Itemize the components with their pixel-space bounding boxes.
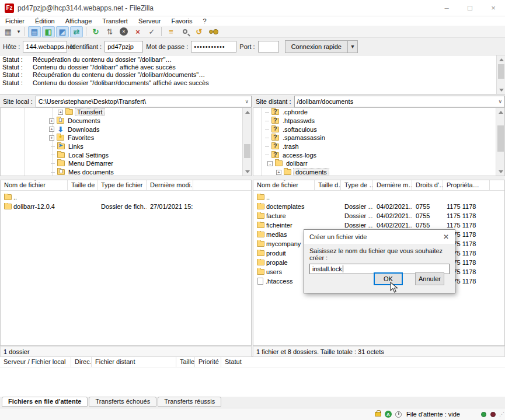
column-header-owner[interactable]: Propriéta…: [443, 180, 490, 190]
remote-tree-scrollbar[interactable]: [496, 108, 504, 176]
column-header-type[interactable]: Type de fichier: [97, 180, 147, 190]
column-header-modified[interactable]: Dernière modi…: [147, 180, 193, 190]
find-files-icon[interactable]: [207, 26, 220, 37]
dialog-close-icon[interactable]: ✕: [437, 230, 455, 244]
tree-item-dolibarr[interactable]: - dolibarr: [253, 159, 504, 168]
column-header-size[interactable]: Taille d…: [315, 180, 341, 190]
chevron-down-icon[interactable]: ∨: [245, 99, 249, 104]
table-row[interactable]: doctemplates Dossier … 04/02/2021… 0755 …: [253, 202, 504, 211]
refresh-icon[interactable]: ↻: [89, 26, 102, 37]
tab-successful-transfers[interactable]: Transferts réussis: [158, 397, 221, 407]
scroll-up-icon[interactable]: [496, 108, 505, 116]
status-bar: A File d'attente : vide ⋰: [0, 408, 505, 420]
folder-icon: [257, 232, 264, 237]
table-row[interactable]: ..: [1, 192, 251, 202]
queue-column-size[interactable]: Taille: [176, 357, 195, 367]
tree-item-documents[interactable]: + documents: [253, 168, 504, 176]
table-row[interactable]: ficheinter Dossier … 04/02/2021… 0755 11…: [253, 220, 504, 230]
site-manager-dropdown-icon[interactable]: ▾: [15, 29, 22, 34]
close-button[interactable]: ×: [482, 0, 505, 16]
tree-item-links[interactable]: ➤ Links: [1, 142, 251, 151]
toggle-queue-icon[interactable]: ⇄: [70, 26, 83, 37]
expand-icon[interactable]: +: [276, 170, 281, 175]
minimize-button[interactable]: –: [435, 0, 458, 16]
queue-column-local-file[interactable]: Serveur / Fichier local: [0, 357, 71, 367]
speed-limits-icon[interactable]: [395, 411, 402, 418]
expand-icon[interactable]: +: [49, 135, 54, 141]
menu-serveur[interactable]: Serveur: [133, 16, 166, 26]
local-path-combo[interactable]: C:\Users\stephane\Desktop\Transfert\ ∨: [36, 96, 252, 107]
menu-edition[interactable]: Édition: [30, 16, 60, 26]
ok-button[interactable]: OK: [374, 272, 403, 285]
scroll-up-icon[interactable]: [243, 108, 252, 116]
table-row[interactable]: facture Dossier … 04/02/2021… 0755 1175 …: [253, 211, 504, 220]
tab-queued-files[interactable]: Fichiers en file d'attente: [2, 397, 88, 407]
toggle-remote-tree-icon[interactable]: ◩: [56, 26, 69, 37]
dialog-title-bar[interactable]: Créer un fichier vide ✕: [304, 230, 455, 244]
tree-item-documents[interactable]: + Documents: [1, 117, 251, 125]
quickconnect-dropdown-icon[interactable]: ▼: [348, 40, 358, 53]
table-row[interactable]: ..: [253, 192, 504, 202]
scroll-down-icon[interactable]: [497, 86, 505, 94]
tree-item-cphorde[interactable]: ? .cphorde: [253, 108, 504, 117]
tree-item-downloads[interactable]: + ⬇ Downloads: [1, 125, 251, 134]
column-header-permissions[interactable]: Droits d'…: [412, 180, 443, 190]
queue-column-priority[interactable]: Priorité: [195, 357, 221, 367]
expand-icon[interactable]: +: [49, 118, 54, 124]
tree-item-access-logs[interactable]: ? access-logs: [253, 150, 504, 159]
scroll-down-icon[interactable]: [496, 167, 505, 176]
expand-icon[interactable]: +: [58, 110, 63, 115]
table-row[interactable]: dolibarr-12.0.4 Dossier de fich… 27/01/2…: [1, 202, 251, 211]
scrollbar-thumb[interactable]: [244, 144, 250, 158]
tree-item-menu-demarrer[interactable]: Menu Démarrer: [1, 159, 251, 168]
queue-column-direction[interactable]: Direc…: [71, 357, 92, 367]
tree-item-spamassassin[interactable]: ? .spamassassin: [253, 134, 504, 142]
cancel-button[interactable]: Annuler: [415, 272, 444, 285]
expand-icon[interactable]: +: [49, 127, 54, 132]
scroll-up-icon[interactable]: [497, 55, 505, 64]
filter-icon[interactable]: ≡: [165, 26, 177, 37]
collapse-icon[interactable]: -: [267, 161, 273, 166]
menu-transfert[interactable]: Transfert: [97, 16, 133, 26]
disconnect-icon[interactable]: ×: [131, 26, 144, 37]
column-header-modified[interactable]: Dernière m…: [373, 180, 412, 190]
scroll-down-icon[interactable]: [243, 167, 252, 176]
tree-item-mes-documents[interactable]: Mes documents: [1, 168, 251, 176]
tree-item-htpasswds[interactable]: ? .htpasswds: [253, 117, 504, 125]
scrollbar-thumb[interactable]: [497, 125, 504, 152]
column-header-type[interactable]: Type de …: [341, 180, 373, 190]
reconnect-icon[interactable]: ✓: [145, 26, 158, 37]
queue-column-remote-file[interactable]: Fichier distant: [92, 357, 176, 367]
tab-failed-transfers[interactable]: Transferts échoués: [89, 397, 156, 407]
remote-path-combo[interactable]: /dolibarr/documents ∨: [294, 96, 505, 107]
menu-fichier[interactable]: Fichier: [0, 16, 30, 26]
menu-help[interactable]: ?: [198, 16, 212, 26]
menu-favoris[interactable]: Favoris: [166, 16, 197, 26]
directory-comparison-icon[interactable]: [179, 26, 191, 37]
host-input[interactable]: 144.webapps.net: [23, 41, 67, 52]
resize-grip[interactable]: ⋰: [499, 411, 504, 417]
log-scrollbar[interactable]: [496, 55, 505, 94]
menu-affichage[interactable]: Affichage: [60, 16, 97, 26]
toggle-log-icon[interactable]: ▤: [28, 26, 41, 37]
password-input[interactable]: •••••••••••: [191, 41, 236, 52]
local-tree-scrollbar[interactable]: [242, 108, 251, 176]
maximize-button[interactable]: □: [458, 0, 482, 16]
tree-item-favorites[interactable]: + ★ Favorites: [1, 134, 251, 142]
chevron-down-icon[interactable]: ∨: [498, 99, 502, 104]
tree-item-trash[interactable]: ? .trash: [253, 142, 504, 151]
tree-item-transfert[interactable]: + Transfert: [1, 108, 251, 117]
process-queue-icon[interactable]: ⇅: [103, 26, 116, 37]
quickconnect-button[interactable]: Connexion rapide: [285, 40, 348, 53]
synchronized-browsing-icon[interactable]: ↺: [193, 26, 206, 37]
queue-column-status[interactable]: Statut: [221, 357, 256, 367]
tree-item-softaculous[interactable]: ? .softaculous: [253, 125, 504, 134]
username-input[interactable]: pd47pzjp: [105, 41, 143, 52]
port-input[interactable]: [258, 41, 279, 52]
scrollbar-thumb[interactable]: [498, 64, 504, 79]
column-header-size[interactable]: Taille de …: [68, 180, 97, 190]
site-manager-icon[interactable]: ▦: [2, 26, 15, 37]
tree-item-local-settings[interactable]: Local Settings: [1, 150, 251, 159]
toggle-local-tree-icon[interactable]: ◧: [42, 26, 55, 37]
cancel-operation-icon[interactable]: ×: [117, 26, 130, 37]
